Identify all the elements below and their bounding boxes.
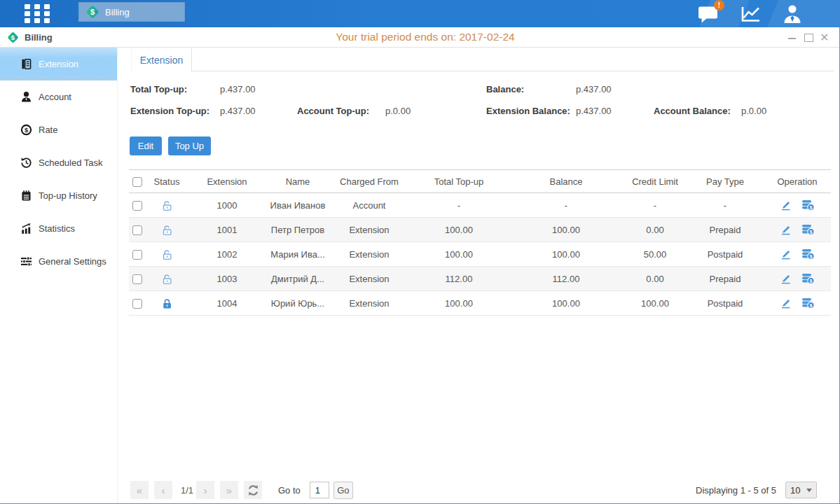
table-row: 1001 Петр Петров Extension 100.00 100.00… [129, 218, 831, 242]
maximize-button[interactable] [804, 33, 813, 42]
minimize-button[interactable] [787, 33, 797, 42]
cell-total-topup: 100.00 [409, 218, 509, 242]
total-topup-label: Total Top-up: [130, 84, 187, 94]
reports-button[interactable] [740, 4, 761, 24]
refresh-icon [247, 484, 259, 496]
edit-row-icon[interactable] [780, 297, 792, 309]
cell-balance: - [509, 193, 624, 218]
go-button[interactable]: Go [333, 482, 353, 499]
page-size-select[interactable]: 10 [785, 482, 817, 498]
cell-balance: 100.00 [509, 218, 624, 242]
sidebar-item-label: General Settings [39, 256, 106, 267]
cell-name: Петр Петров [266, 218, 329, 242]
sidebar-item-label: Account [39, 92, 71, 102]
select-all-checkbox[interactable] [132, 177, 142, 187]
prev-page-button[interactable]: ‹ [154, 481, 172, 499]
sidebar-item-label: Top-up History [39, 190, 97, 201]
goto-page-input[interactable] [310, 482, 329, 498]
cell-charged-from: Account [329, 193, 409, 218]
cell-extension: 1002 [188, 242, 266, 267]
sidebar-item-account[interactable]: Account [0, 80, 117, 113]
cell-pay-type: Prepaid [687, 218, 764, 242]
balance-label: Balance: [486, 84, 524, 94]
row-checkbox[interactable] [132, 299, 142, 309]
sidebar-item-extension[interactable]: Extension [0, 48, 117, 80]
sidebar-item-label: Scheduled Task [39, 158, 103, 168]
cell-credit-limit: 0.00 [624, 218, 687, 242]
cell-extension: 1001 [188, 218, 266, 242]
messages-button[interactable]: ! [697, 4, 719, 24]
unlocked-icon [161, 248, 173, 260]
sidebar-item-general-settings[interactable]: General Settings [0, 245, 117, 278]
table-row: 1003 Дмитрий Д... Extension 112.00 112.0… [129, 267, 831, 291]
col-status: Status [146, 170, 188, 193]
col-charged-from: Charged From [329, 170, 409, 193]
tab-extension[interactable]: Extension [131, 48, 192, 71]
row-checkbox[interactable] [132, 201, 142, 211]
account-topup-label: Account Top-up: [297, 106, 369, 116]
sliders-icon [20, 255, 32, 267]
page-indicator: 1/1 [178, 485, 196, 496]
cell-total-topup: - [409, 193, 509, 218]
edit-row-icon[interactable] [780, 272, 792, 285]
edit-row-icon[interactable] [780, 223, 792, 236]
table-row: 1004 Юрий Юрь... Extension 100.00 100.00… [129, 291, 831, 316]
extension-balance-label: Extension Balance: [486, 106, 570, 116]
apps-grid-icon[interactable] [25, 4, 50, 23]
person-icon [20, 91, 32, 103]
col-credit-limit: Credit Limit [624, 170, 687, 193]
cell-credit-limit: 0.00 [624, 267, 687, 291]
cell-credit-limit: 100.00 [624, 291, 687, 316]
sidebar-item-topup-history[interactable]: Top-up History [0, 179, 117, 212]
table-row: 1002 Мария Ива... Extension 100.00 100.0… [129, 242, 831, 267]
sidebar: Extension Account $ Rate [0, 48, 118, 503]
user-menu-button[interactable] [782, 4, 803, 24]
edit-button[interactable]: Edit [130, 136, 162, 155]
last-page-button[interactable]: » [220, 481, 238, 499]
main-panel: Extension Total Top-up: p.437.00 Balance… [118, 48, 839, 503]
cell-charged-from: Extension [329, 267, 409, 291]
unlocked-icon [161, 273, 173, 285]
cell-balance: 112.00 [509, 267, 624, 291]
edit-row-icon[interactable] [780, 199, 792, 211]
billing-diamond-icon: $ [85, 4, 100, 20]
displaying-text: Displaying 1 - 5 of 5 [696, 485, 776, 496]
sidebar-item-rate[interactable]: $ Rate [0, 113, 117, 146]
topup-row-icon[interactable]: $ [801, 223, 815, 236]
cell-name: Дмитрий Д... [266, 267, 329, 291]
close-button[interactable]: ✕ [820, 33, 829, 42]
col-total-topup: Total Top-up [409, 170, 509, 193]
topup-row-icon[interactable]: $ [801, 199, 815, 211]
cell-pay-type: Postpaid [687, 242, 764, 267]
billing-app-window: $ Billing Your trial period ends on: 201… [0, 27, 840, 504]
row-checkbox[interactable] [132, 274, 142, 284]
taskbar-tab-billing[interactable]: $ Billing [78, 2, 185, 22]
edit-row-icon[interactable] [780, 248, 792, 260]
cell-total-topup: 100.00 [409, 291, 509, 316]
desktop-topbar: $ Billing ! [0, 0, 840, 27]
topup-row-icon[interactable]: $ [801, 248, 815, 260]
top-up-button[interactable]: Top Up [168, 136, 211, 155]
cell-balance: 100.00 [509, 291, 624, 316]
row-checkbox[interactable] [132, 250, 142, 260]
refresh-button[interactable] [244, 481, 262, 499]
svg-text:$: $ [90, 8, 95, 16]
sidebar-item-statistics[interactable]: Statistics [0, 212, 117, 245]
table-header-row: Status Extension Name Charged From Total… [129, 170, 831, 193]
sidebar-item-scheduled-task[interactable]: Scheduled Task [0, 146, 117, 179]
next-page-button[interactable]: › [196, 481, 214, 499]
cell-name: Мария Ива... [266, 242, 329, 267]
account-balance-value: p.0.00 [741, 106, 766, 116]
col-operation: Operation [764, 170, 831, 193]
account-topup-value: p.0.00 [385, 106, 411, 116]
extension-balance-value: p.437.00 [576, 106, 612, 116]
topup-row-icon[interactable]: $ [801, 272, 815, 285]
row-checkbox[interactable] [132, 225, 142, 235]
topup-row-icon[interactable]: $ [801, 297, 815, 309]
tab-bar: Extension [118, 48, 839, 71]
cell-total-topup: 100.00 [409, 242, 509, 267]
first-page-button[interactable]: « [130, 481, 149, 499]
sidebar-item-label: Rate [39, 125, 57, 135]
table-row: 1000 Иван Иванов Account - - - - [129, 193, 831, 218]
cell-pay-type: - [687, 193, 764, 218]
